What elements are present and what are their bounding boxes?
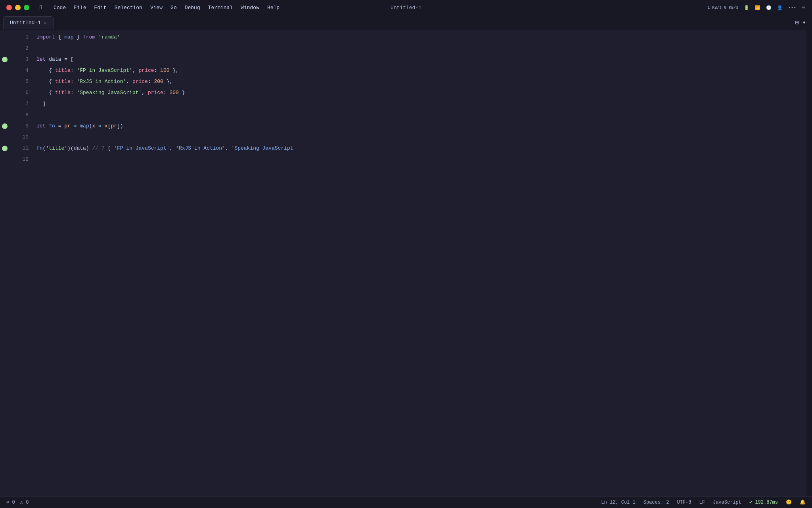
traffic-lights	[6, 5, 29, 10]
user-icon: 👤	[777, 5, 783, 10]
bp-6	[0, 87, 10, 98]
cursor-position[interactable]: Ln 12, Col 1	[601, 500, 635, 505]
status-left: ⊗ 0 △ 0	[6, 499, 29, 505]
errors-indicator[interactable]: ⊗ 0 △ 0	[6, 499, 29, 505]
close-button[interactable]	[6, 5, 12, 10]
keyword-import: import	[36, 32, 55, 43]
error-count: 0	[12, 500, 15, 505]
minimize-button[interactable]	[15, 5, 21, 10]
apple-menu[interactable]: 	[36, 4, 47, 12]
bp-10	[0, 132, 10, 143]
line-num-1: 1	[10, 32, 33, 43]
bp-5	[0, 76, 10, 87]
menu-file[interactable]: File	[70, 4, 90, 12]
bp-12	[0, 154, 10, 165]
breakpoint-dot-11[interactable]	[2, 146, 8, 151]
line-num-10: 10	[10, 132, 33, 143]
titlebar-left:  Code File Edit Selection View Go Debug…	[6, 4, 283, 12]
line-numbers: 1 2 3 4 5 6 7 8 9 10 11 12	[10, 30, 33, 496]
code-area[interactable]: import { map } from 'ramda' let data = […	[33, 30, 806, 496]
breakpoint-dot-3[interactable]	[2, 57, 8, 62]
encoding[interactable]: UTF-8	[677, 500, 691, 505]
line-num-7: 7	[10, 98, 33, 110]
line-num-12: 12	[10, 154, 33, 165]
editor-tab[interactable]: Untitled-1 ✕	[3, 16, 54, 29]
bp-2	[0, 43, 10, 54]
list-icon: ☰	[802, 5, 806, 10]
tab-close-icon[interactable]: ✕	[44, 20, 47, 25]
network-speed: 1 KB/s 0 KB/s	[707, 5, 738, 10]
code-line-11: fn ( 'title' )( data ) // ? [ 'FP in Jav…	[33, 143, 806, 154]
menu-terminal[interactable]: Terminal	[204, 4, 237, 12]
bp-4	[0, 65, 10, 76]
split-editor-icon[interactable]: ⊞	[795, 19, 799, 27]
code-line-3: let data = [	[33, 54, 806, 65]
menu-selection[interactable]: Selection	[111, 4, 146, 12]
menu-edit[interactable]: Edit	[90, 4, 110, 12]
breakpoints-column	[0, 30, 10, 496]
scrollbar-track[interactable]	[806, 30, 812, 496]
bp-8	[0, 110, 10, 121]
code-line-2	[33, 43, 806, 54]
bp-9	[0, 121, 10, 132]
warning-count: 0	[26, 500, 29, 505]
titlebar:  Code File Edit Selection View Go Debug…	[0, 0, 812, 15]
bp-7	[0, 98, 10, 110]
code-line-12	[33, 154, 806, 165]
wifi-icon: 📶	[755, 5, 760, 10]
keyword-from: from	[83, 32, 95, 43]
code-line-7: ]	[33, 98, 806, 110]
line-num-5: 5	[10, 76, 33, 87]
dots-icon: •••	[788, 5, 796, 10]
menu-window[interactable]: Window	[237, 4, 263, 12]
breakpoint-dot-9[interactable]	[2, 123, 8, 129]
line-num-9: 9	[10, 121, 33, 132]
statusbar: ⊗ 0 △ 0 Ln 12, Col 1 Spaces: 2 UTF-8 LF …	[0, 496, 812, 508]
editor-container: 1 2 3 4 5 6 7 8 9 10 11 12 import { map …	[0, 30, 812, 496]
line-num-11: 11	[10, 143, 33, 154]
code-line-5: { title : 'RxJS in Action' , price : 200…	[33, 76, 806, 87]
error-icon: ⊗	[6, 500, 9, 505]
tab-label: Untitled-1	[10, 20, 41, 26]
timing: ✔ 192.87ms	[749, 499, 778, 505]
tab-right-icons: ⊞ ●	[795, 19, 812, 27]
menu-go[interactable]: Go	[167, 4, 181, 12]
maximize-button[interactable]	[24, 5, 29, 10]
menu-debug[interactable]: Debug	[181, 4, 204, 12]
warning-icon: △	[20, 500, 23, 505]
line-num-4: 4	[10, 65, 33, 76]
indentation[interactable]: Spaces: 2	[643, 500, 669, 505]
menu-help[interactable]: Help	[263, 4, 283, 12]
code-line-6: { title : 'Speaking JavaScript' , price …	[33, 87, 806, 98]
status-right: Ln 12, Col 1 Spaces: 2 UTF-8 LF JavaScri…	[601, 499, 806, 505]
code-line-10	[33, 132, 806, 143]
code-line-4: { title : 'FP in JavaScript' , price : 1…	[33, 65, 806, 76]
bp-3	[0, 54, 10, 65]
more-icon[interactable]: ●	[803, 20, 806, 25]
line-num-2: 2	[10, 43, 33, 54]
window-title: Untitled-1	[391, 5, 421, 11]
titlebar-right: 1 KB/s 0 KB/s 🔋 📶 🕐 👤 ••• ☰	[707, 5, 806, 10]
bp-1	[0, 32, 10, 43]
bp-11	[0, 143, 10, 154]
language-mode[interactable]: JavaScript	[713, 500, 741, 505]
clock-icon: 🕐	[766, 5, 772, 10]
code-line-8	[33, 110, 806, 121]
line-num-6: 6	[10, 87, 33, 98]
code-line-1: import { map } from 'ramda'	[33, 32, 806, 43]
battery-icon: 🔋	[744, 5, 749, 10]
line-num-3: 3	[10, 54, 33, 65]
menu-bar:  Code File Edit Selection View Go Debug…	[36, 4, 283, 12]
menu-code[interactable]: Code	[50, 4, 70, 12]
tabbar: Untitled-1 ✕ ⊞ ●	[0, 15, 812, 30]
emoji-icon[interactable]: 🙂	[786, 499, 792, 505]
line-num-8: 8	[10, 110, 33, 121]
code-line-9: let fn = pr ⇒ map ( x ⇒ x [ pr ])	[33, 121, 806, 132]
menu-view[interactable]: View	[146, 4, 167, 12]
bell-icon[interactable]: 🔔	[800, 499, 806, 505]
eol[interactable]: LF	[699, 500, 705, 505]
